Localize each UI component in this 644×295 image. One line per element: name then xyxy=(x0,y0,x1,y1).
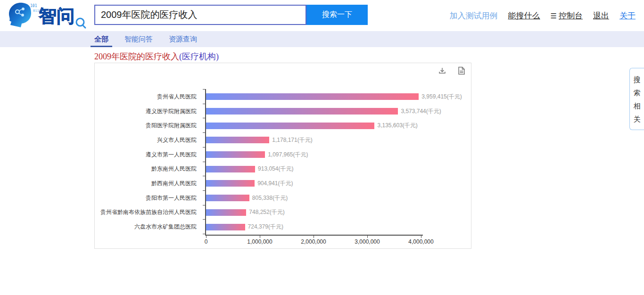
category-label: 六盘水市水矿集团总医院 xyxy=(95,223,201,231)
link-about[interactable]: 关于 xyxy=(619,10,636,21)
bar xyxy=(206,209,246,216)
bar-chart: 贵州省人民医院3,959,415(千元)遵义医学院附属医院3,573,744(千… xyxy=(95,90,471,234)
x-axis-tick xyxy=(314,236,314,238)
bar xyxy=(206,224,245,230)
bar-track: 1,097,965(千元) xyxy=(201,151,471,159)
bar-track: 904,941(千元) xyxy=(201,180,471,188)
category-label: 黔东南州人民医院 xyxy=(95,165,201,173)
x-axis-tick xyxy=(421,236,421,238)
header-links: 加入测试用例 能搜什么 ☰控制台 退出 关于 xyxy=(450,0,636,31)
chart-row: 贵州省人民医院3,959,415(千元) xyxy=(95,90,471,104)
category-label: 遵义医学院附属医院 xyxy=(95,107,201,115)
x-axis-tick xyxy=(260,236,260,238)
bar-value-label: 724,379(千元) xyxy=(248,223,283,231)
bar-value-label: 3,135,603(千元) xyxy=(377,122,417,130)
link-add-test-case[interactable]: 加入测试用例 xyxy=(450,10,498,21)
y-axis-tick xyxy=(203,234,205,234)
chart-row: 六盘水市水矿集团总医院724,379(千元) xyxy=(95,220,471,234)
bar-value-label: 913,054(千元) xyxy=(258,165,293,173)
x-axis-tick xyxy=(367,236,368,238)
bar xyxy=(206,195,249,201)
y-axis-tick xyxy=(203,118,205,118)
chart-toolbar xyxy=(438,66,465,75)
chart-panel: 贵州省人民医院3,959,415(千元)遵义医学院附属医院3,573,744(千… xyxy=(94,63,471,249)
x-axis-label: 0 xyxy=(205,238,208,245)
link-logout[interactable]: 退出 xyxy=(593,10,609,21)
bar xyxy=(206,166,255,172)
category-label: 黔西南州人民医院 xyxy=(95,180,201,188)
bar xyxy=(206,151,265,158)
bar-value-label: 805,338(千元) xyxy=(252,194,288,202)
category-label: 贵州省黔南布依族苗族自治州人民医院 xyxy=(95,208,201,216)
category-label: 贵阳医学院附属医院 xyxy=(95,122,201,130)
y-axis-tick xyxy=(203,89,205,90)
chart-row: 贵阳市第一人民医院805,338(千元) xyxy=(95,191,471,205)
header: 101 0110 智问 搜索一下 加入测试用例 能搜什么 ☰控制台 退出 关于 xyxy=(0,0,644,31)
bar-track: 724,379(千元) xyxy=(201,223,471,231)
bar-track: 748,252(千元) xyxy=(201,208,471,216)
bar-value-label: 1,097,965(千元) xyxy=(268,151,308,159)
category-label: 贵阳市第一人民医院 xyxy=(95,194,201,202)
bar-track: 3,959,415(千元) xyxy=(201,93,471,101)
tab-all[interactable]: 全部 xyxy=(94,31,108,47)
bar xyxy=(206,180,255,187)
link-what-can-search[interactable]: 能搜什么 xyxy=(508,10,540,21)
head-icon xyxy=(9,3,31,27)
search-related-button[interactable]: 搜索相关 xyxy=(629,68,644,130)
chart-row: 贵阳医学院附属医院3,135,603(千元) xyxy=(95,118,471,133)
bar-track: 1,178,171(千元) xyxy=(201,136,471,144)
bar xyxy=(206,123,374,129)
y-axis-tick xyxy=(203,219,205,220)
y-axis-tick xyxy=(203,176,205,176)
y-axis-tick xyxy=(203,104,205,104)
tab-smart-qa[interactable]: 智能问答 xyxy=(124,31,153,47)
bar-track: 3,573,744(千元) xyxy=(201,107,471,115)
result-title: 2009年医院的医疗收入(医疗机构) xyxy=(94,51,219,62)
y-axis-tick xyxy=(203,162,205,162)
x-axis-label: 4,000,000 xyxy=(408,238,433,245)
menu-icon: ☰ xyxy=(551,12,557,20)
bar xyxy=(206,93,419,100)
x-axis-label: 2,000,000 xyxy=(301,238,326,245)
x-axis-tick xyxy=(206,236,206,238)
search-input[interactable] xyxy=(94,5,306,25)
category-label: 遵义市第一人民医院 xyxy=(95,151,201,159)
y-axis-tick xyxy=(203,205,205,205)
bar-track: 913,054(千元) xyxy=(201,165,471,173)
chart-row: 黔西南州人民医院904,941(千元) xyxy=(95,176,471,191)
x-axis xyxy=(205,235,423,236)
chart-row: 兴义市人民医院1,178,171(千元) xyxy=(95,133,471,148)
bar xyxy=(206,108,398,115)
brand-logo[interactable]: 101 0110 智问 xyxy=(6,1,91,30)
result-title-suffix: (医疗机构) xyxy=(179,52,219,61)
brand-logo-image: 101 0110 智问 xyxy=(6,1,90,30)
bar-value-label: 3,573,744(千元) xyxy=(401,107,441,115)
bar-value-label: 3,959,415(千元) xyxy=(421,93,462,101)
tab-resource-query[interactable]: 资源查询 xyxy=(169,31,197,47)
category-label: 贵州省人民医院 xyxy=(95,93,201,101)
document-icon[interactable] xyxy=(458,66,465,75)
bar-track: 805,338(千元) xyxy=(201,194,471,202)
chart-row: 黔东南州人民医院913,054(千元) xyxy=(95,162,471,176)
bar-value-label: 748,252(千元) xyxy=(249,208,284,216)
x-axis-label: 1,000,000 xyxy=(247,238,272,245)
y-axis-tick xyxy=(203,190,205,191)
y-axis-tick xyxy=(203,147,205,148)
chart-row: 遵义医学院附属医院3,573,744(千元) xyxy=(95,104,471,119)
category-label: 兴义市人民医院 xyxy=(95,136,201,144)
bar xyxy=(206,137,269,143)
bar-track: 3,135,603(千元) xyxy=(201,122,471,130)
svg-text:101: 101 xyxy=(30,4,37,8)
result-title-main: 2009年医院的医疗收入 xyxy=(94,52,179,61)
download-icon[interactable] xyxy=(438,66,446,75)
search-related-label: 搜索相关 xyxy=(634,73,641,126)
svg-text:智问: 智问 xyxy=(38,6,74,26)
chart-row: 遵义市第一人民医院1,097,965(千元) xyxy=(95,148,471,162)
tab-bar: 全部 智能问答 资源查询 xyxy=(0,31,644,47)
bar-value-label: 1,178,171(千元) xyxy=(272,136,312,144)
y-axis-tick xyxy=(203,132,205,133)
search-button[interactable]: 搜索一下 xyxy=(306,5,368,25)
link-console[interactable]: ☰控制台 xyxy=(551,10,583,21)
x-axis-label: 3,000,000 xyxy=(355,238,380,245)
bar-value-label: 904,941(千元) xyxy=(257,180,293,188)
